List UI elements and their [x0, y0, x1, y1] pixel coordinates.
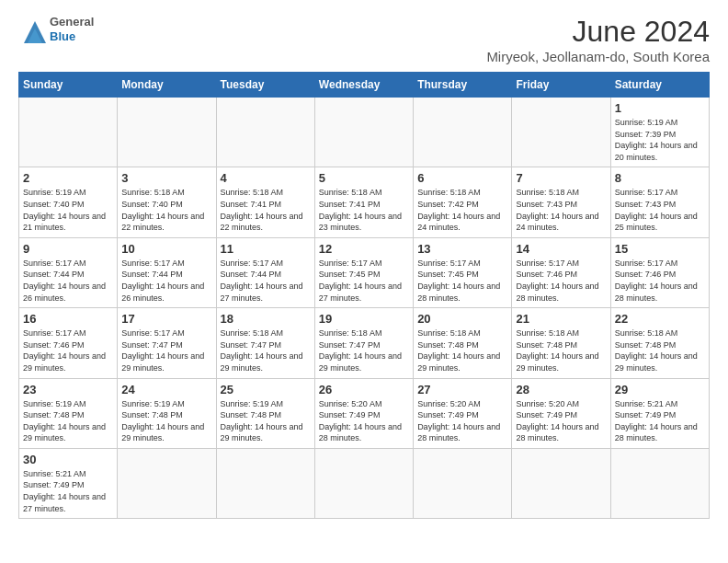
date-number: 29 [615, 383, 705, 396]
calendar-cell: 15Sunrise: 5:17 AMSunset: 7:46 PMDayligh… [610, 237, 709, 307]
subtitle: Miryeok, Jeollanam-do, South Korea [486, 49, 710, 64]
calendar-cell: 12Sunrise: 5:17 AMSunset: 7:45 PMDayligh… [314, 237, 413, 307]
date-number: 8 [615, 171, 705, 185]
weekday-header-monday: Monday [118, 73, 216, 98]
date-number: 10 [121, 242, 211, 256]
calendar-cell: 3Sunrise: 5:18 AMSunset: 7:40 PMDaylight… [118, 167, 216, 237]
date-number: 20 [417, 312, 507, 326]
calendar-cell: 30Sunrise: 5:21 AMSunset: 7:49 PMDayligh… [19, 448, 118, 518]
calendar-cell [414, 98, 512, 167]
cell-info: Sunrise: 5:18 AMSunset: 7:48 PMDaylight:… [516, 328, 598, 373]
cell-info: Sunrise: 5:17 AMSunset: 7:45 PMDaylight:… [417, 259, 500, 303]
weekday-header-tuesday: Tuesday [216, 73, 314, 98]
date-number: 12 [319, 242, 409, 256]
calendar-cell: 20Sunrise: 5:18 AMSunset: 7:48 PMDayligh… [414, 308, 512, 378]
date-number: 4 [221, 171, 311, 185]
cell-info: Sunrise: 5:17 AMSunset: 7:44 PMDaylight:… [121, 259, 204, 303]
calendar-cell: 22Sunrise: 5:18 AMSunset: 7:48 PMDayligh… [610, 308, 709, 378]
calendar-body: 1Sunrise: 5:19 AMSunset: 7:39 PMDaylight… [19, 98, 710, 519]
calendar-cell [512, 98, 610, 167]
weekday-header-wednesday: Wednesday [314, 73, 413, 98]
date-number: 6 [417, 171, 507, 185]
calendar-cell: 24Sunrise: 5:19 AMSunset: 7:48 PMDayligh… [118, 378, 216, 448]
cell-info: Sunrise: 5:17 AMSunset: 7:44 PMDaylight:… [221, 259, 303, 303]
calendar-cell: 10Sunrise: 5:17 AMSunset: 7:44 PMDayligh… [118, 237, 216, 307]
calendar-cell [118, 98, 216, 167]
logo-general-text: General [50, 15, 94, 29]
cell-info: Sunrise: 5:19 AMSunset: 7:40 PMDaylight:… [23, 188, 106, 232]
date-number: 22 [615, 312, 705, 326]
date-number: 11 [221, 242, 311, 256]
cell-info: Sunrise: 5:19 AMSunset: 7:48 PMDaylight:… [23, 399, 106, 443]
date-number: 13 [417, 242, 507, 256]
calendar-cell [512, 448, 610, 518]
calendar-cell: 16Sunrise: 5:17 AMSunset: 7:46 PMDayligh… [19, 308, 118, 378]
logo-text: General Blue [50, 15, 94, 43]
date-number: 5 [319, 171, 409, 185]
calendar-cell: 23Sunrise: 5:19 AMSunset: 7:48 PMDayligh… [19, 378, 118, 448]
calendar-cell [314, 448, 413, 518]
week-row-3: 16Sunrise: 5:17 AMSunset: 7:46 PMDayligh… [19, 308, 710, 378]
calendar-cell: 4Sunrise: 5:18 AMSunset: 7:41 PMDaylight… [216, 167, 314, 237]
date-number: 18 [221, 312, 311, 326]
calendar-cell: 2Sunrise: 5:19 AMSunset: 7:40 PMDaylight… [19, 167, 118, 237]
calendar-cell: 28Sunrise: 5:20 AMSunset: 7:49 PMDayligh… [512, 378, 610, 448]
date-number: 24 [121, 383, 211, 396]
cell-info: Sunrise: 5:20 AMSunset: 7:49 PMDaylight:… [417, 399, 500, 443]
weekday-header-saturday: Saturday [610, 73, 709, 98]
calendar-cell: 5Sunrise: 5:18 AMSunset: 7:41 PMDaylight… [314, 167, 413, 237]
calendar-cell: 11Sunrise: 5:17 AMSunset: 7:44 PMDayligh… [216, 237, 314, 307]
header: General Blue June 2024 Miryeok, Jeollana… [18, 15, 710, 64]
calendar-cell [118, 448, 216, 518]
page: General Blue June 2024 Miryeok, Jeollana… [0, 0, 728, 537]
date-number: 16 [23, 312, 113, 326]
cell-info: Sunrise: 5:17 AMSunset: 7:47 PMDaylight:… [121, 328, 204, 373]
date-number: 17 [121, 312, 211, 326]
calendar-cell [314, 98, 413, 167]
calendar-cell: 21Sunrise: 5:18 AMSunset: 7:48 PMDayligh… [512, 308, 610, 378]
calendar-cell: 25Sunrise: 5:19 AMSunset: 7:48 PMDayligh… [216, 378, 314, 448]
logo-icon [18, 16, 46, 43]
calendar-cell: 29Sunrise: 5:21 AMSunset: 7:49 PMDayligh… [610, 378, 709, 448]
date-number: 19 [319, 312, 409, 326]
calendar-cell: 27Sunrise: 5:20 AMSunset: 7:49 PMDayligh… [414, 378, 512, 448]
logo: General Blue [18, 15, 94, 43]
calendar-cell [610, 448, 709, 518]
calendar-cell: 14Sunrise: 5:17 AMSunset: 7:46 PMDayligh… [512, 237, 610, 307]
week-row-1: 2Sunrise: 5:19 AMSunset: 7:40 PMDaylight… [19, 167, 710, 237]
calendar-cell [216, 448, 314, 518]
date-number: 27 [417, 383, 507, 396]
calendar-cell: 8Sunrise: 5:17 AMSunset: 7:43 PMDaylight… [610, 167, 709, 237]
cell-info: Sunrise: 5:17 AMSunset: 7:44 PMDaylight:… [23, 259, 106, 303]
cell-info: Sunrise: 5:18 AMSunset: 7:48 PMDaylight:… [417, 328, 500, 373]
week-row-5: 30Sunrise: 5:21 AMSunset: 7:49 PMDayligh… [19, 448, 710, 518]
weekday-header-friday: Friday [512, 73, 610, 98]
date-number: 2 [23, 171, 113, 185]
week-row-0: 1Sunrise: 5:19 AMSunset: 7:39 PMDaylight… [19, 98, 710, 167]
weekday-row: SundayMondayTuesdayWednesdayThursdayFrid… [19, 73, 710, 98]
calendar-cell: 19Sunrise: 5:18 AMSunset: 7:47 PMDayligh… [314, 308, 413, 378]
date-number: 9 [23, 242, 113, 256]
title-block: June 2024 Miryeok, Jeollanam-do, South K… [486, 15, 710, 64]
cell-info: Sunrise: 5:18 AMSunset: 7:41 PMDaylight:… [221, 188, 303, 232]
calendar-table: SundayMondayTuesdayWednesdayThursdayFrid… [18, 72, 710, 519]
date-number: 28 [516, 383, 606, 396]
calendar-cell: 17Sunrise: 5:17 AMSunset: 7:47 PMDayligh… [118, 308, 216, 378]
date-number: 7 [516, 171, 606, 185]
cell-info: Sunrise: 5:17 AMSunset: 7:46 PMDaylight:… [516, 259, 598, 303]
cell-info: Sunrise: 5:20 AMSunset: 7:49 PMDaylight:… [319, 399, 402, 443]
calendar-cell [216, 98, 314, 167]
calendar-header: SundayMondayTuesdayWednesdayThursdayFrid… [19, 73, 710, 98]
calendar-cell: 26Sunrise: 5:20 AMSunset: 7:49 PMDayligh… [314, 378, 413, 448]
cell-info: Sunrise: 5:21 AMSunset: 7:49 PMDaylight:… [23, 469, 106, 513]
weekday-header-thursday: Thursday [414, 73, 512, 98]
date-number: 26 [319, 383, 409, 396]
cell-info: Sunrise: 5:18 AMSunset: 7:40 PMDaylight:… [121, 188, 204, 232]
week-row-2: 9Sunrise: 5:17 AMSunset: 7:44 PMDaylight… [19, 237, 710, 307]
logo-blue-text: Blue [50, 29, 94, 44]
cell-info: Sunrise: 5:17 AMSunset: 7:46 PMDaylight:… [23, 328, 106, 373]
date-number: 15 [615, 242, 705, 256]
cell-info: Sunrise: 5:18 AMSunset: 7:42 PMDaylight:… [417, 188, 500, 232]
calendar-cell [414, 448, 512, 518]
cell-info: Sunrise: 5:19 AMSunset: 7:48 PMDaylight:… [121, 399, 204, 443]
